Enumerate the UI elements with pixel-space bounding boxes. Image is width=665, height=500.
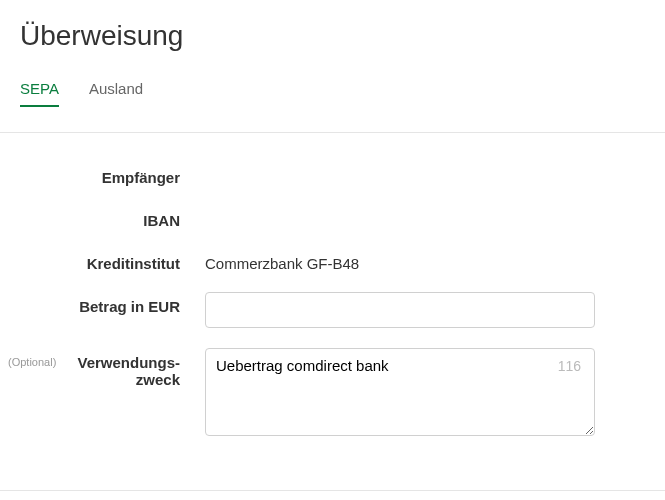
value-recipient <box>205 163 645 169</box>
label-purpose: Verwendungs-zweck <box>60 348 205 388</box>
row-amount: . Betrag in EUR <box>0 292 645 328</box>
row-recipient: . Empfänger <box>0 163 645 186</box>
purpose-textarea[interactable] <box>205 348 595 436</box>
transfer-form: . Empfänger . IBAN . Kreditinstitut Comm… <box>0 133 665 490</box>
page-title: Überweisung <box>0 0 665 62</box>
label-bank: Kreditinstitut <box>60 249 205 272</box>
row-iban: . IBAN <box>0 206 645 229</box>
row-bank: . Kreditinstitut Commerzbank GF-B48 <box>0 249 645 272</box>
tab-bar: SEPA Ausland <box>0 62 665 107</box>
amount-input[interactable] <box>205 292 595 328</box>
purpose-input-wrapper: 116 <box>205 348 645 440</box>
amount-input-wrapper <box>205 292 645 328</box>
label-recipient: Empfänger <box>60 163 205 186</box>
value-bank: Commerzbank GF-B48 <box>205 249 645 272</box>
tab-sepa[interactable]: SEPA <box>20 72 59 107</box>
label-amount: Betrag in EUR <box>60 292 205 315</box>
label-iban: IBAN <box>60 206 205 229</box>
divider-bottom <box>0 490 665 491</box>
optional-label: (Optional) <box>0 348 60 368</box>
row-purpose: (Optional) Verwendungs-zweck 116 <box>0 348 645 440</box>
value-iban <box>205 206 645 212</box>
tab-ausland[interactable]: Ausland <box>89 72 143 107</box>
